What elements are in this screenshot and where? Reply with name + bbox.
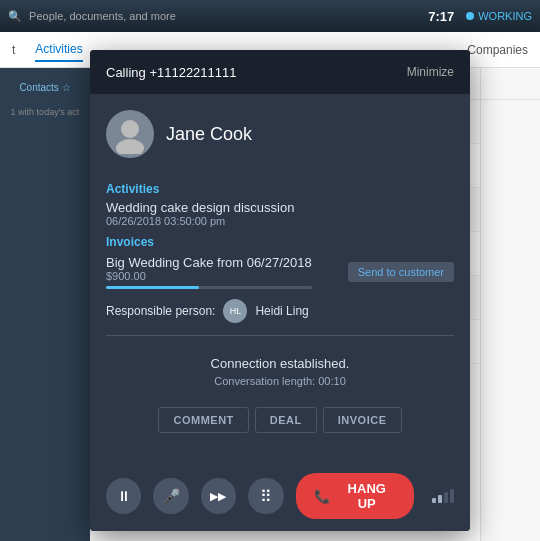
activity-title: Wedding cake design discussion (106, 200, 454, 215)
invoices-label: Invoices (106, 235, 454, 249)
divider (106, 335, 454, 336)
responsible-avatar: HL (223, 299, 247, 323)
grid-icon: ⠿ (260, 487, 272, 506)
forward-button[interactable]: ▶▶ (201, 478, 236, 514)
grid-button[interactable]: ⠿ (248, 478, 283, 514)
responsible-row: Responsible person: HL Heidi Ling (106, 299, 454, 323)
minimize-button[interactable]: Minimize (407, 65, 454, 79)
avatar-icon (110, 114, 150, 154)
status-label: WORKING (478, 10, 532, 22)
right-panel (480, 68, 540, 541)
invoice-tab[interactable]: INVOICE (323, 407, 402, 433)
dialog-content: Activities Wedding cake design discussio… (90, 182, 470, 461)
conversation-length: Conversation length: 00:10 (106, 375, 454, 387)
nav-tab-t[interactable]: t (12, 39, 15, 61)
responsible-name: Heidi Ling (255, 304, 308, 318)
comment-tab[interactable]: COMMENT (158, 407, 248, 433)
signal-bar-2 (438, 495, 442, 503)
signal-strength (432, 489, 454, 503)
sidebar-contacts-label: Contacts ☆ (15, 78, 74, 97)
phone-icon: 📞 (314, 489, 330, 504)
length-label: Conversation length: (214, 375, 315, 387)
invoice-title: Big Wedding Cake from 06/27/2018 (106, 255, 312, 270)
clock-display: 7:17 (428, 9, 454, 24)
deal-tab[interactable]: DEAL (255, 407, 317, 433)
contact-name: Jane Cook (166, 124, 252, 145)
invoice-info: Big Wedding Cake from 06/27/2018 $900.00 (106, 255, 312, 289)
connection-info: Connection established. Conversation len… (106, 348, 454, 395)
hang-up-button[interactable]: 📞 HANG UP (296, 473, 415, 519)
activity-date: 06/26/2018 03:50:00 pm (106, 215, 454, 227)
contact-avatar (106, 110, 154, 158)
connection-status: Connection established. (106, 356, 454, 371)
search-area[interactable]: 🔍 People, documents, and more (8, 10, 428, 23)
mic-button[interactable]: 🎤 (153, 478, 188, 514)
pause-button[interactable]: ⏸ (106, 478, 141, 514)
svg-point-0 (121, 120, 139, 138)
contact-section: Jane Cook (90, 94, 470, 174)
progress-fill (106, 286, 199, 289)
search-icon: 🔍 (8, 10, 22, 22)
signal-bar-1 (432, 498, 436, 503)
search-placeholder: People, documents, and more (29, 10, 176, 22)
dialog-header: Calling +11122211111 Minimize (90, 50, 470, 94)
invoice-row: Big Wedding Cake from 06/27/2018 $900.00… (106, 255, 454, 289)
action-tabs: COMMENT DEAL INVOICE (106, 395, 454, 445)
length-value: 00:10 (318, 375, 346, 387)
calling-label: Calling (106, 65, 146, 80)
invoice-amount: $900.00 (106, 270, 312, 282)
top-bar: 🔍 People, documents, and more 7:17 WORKI… (0, 0, 540, 32)
phone-number: +11122211111 (149, 65, 236, 80)
hang-up-label: HANG UP (338, 481, 397, 511)
responsible-label: Responsible person: (106, 304, 215, 318)
signal-bar-3 (444, 492, 448, 503)
calling-text: Calling +11122211111 (106, 65, 407, 80)
signal-bar-4 (450, 489, 454, 503)
progress-bar (106, 286, 312, 289)
call-controls: ⏸ 🎤 ▶▶ ⠿ 📞 HANG UP (90, 461, 470, 531)
status-display: WORKING (466, 10, 532, 22)
pause-icon: ⏸ (117, 488, 131, 504)
mic-icon: 🎤 (163, 488, 180, 504)
right-panel-header (481, 68, 540, 100)
nav-tab-companies[interactable]: Companies (467, 43, 528, 57)
sidebar: Contacts ☆ 1 with today's act (0, 68, 90, 541)
send-to-customer-button[interactable]: Send to customer (348, 262, 454, 282)
activities-label: Activities (106, 182, 454, 196)
status-dot (466, 12, 474, 20)
svg-point-1 (116, 139, 144, 154)
calling-dialog: Calling +11122211111 Minimize Jane Cook … (90, 50, 470, 531)
forward-icon: ▶▶ (210, 490, 226, 503)
sidebar-subtext: 1 with today's act (9, 105, 82, 119)
nav-tab-activities[interactable]: Activities (35, 38, 82, 62)
